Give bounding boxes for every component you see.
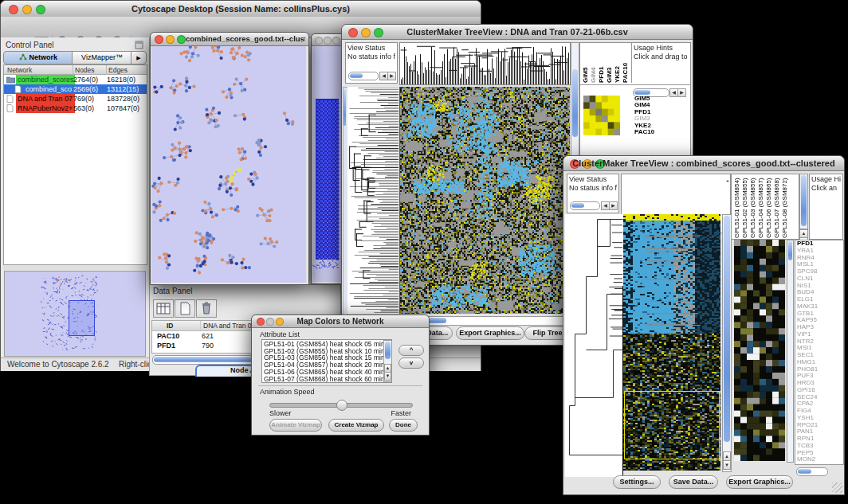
- tv2-row-label[interactable]: GPI16: [797, 387, 843, 394]
- tv2-button-export-graphics[interactable]: Export Graphics...: [726, 475, 793, 489]
- tv1-column-label[interactable]: GIM4: [590, 45, 597, 83]
- minimize-icon[interactable]: [324, 37, 332, 45]
- attribute-list[interactable]: GPL51-01 (GSM854) heat shock 05 minGPL51…: [261, 339, 392, 383]
- attribute-list-scrollbar[interactable]: ▲ ▼: [383, 340, 392, 382]
- tv1-column-label[interactable]: PAC10: [622, 45, 629, 83]
- tv2-row-label[interactable]: RNR4: [797, 255, 843, 262]
- animation-speed-slider[interactable]: [269, 403, 413, 408]
- scroll-down-icon[interactable]: ▼: [723, 460, 731, 470]
- tv1-column-label[interactable]: GIM5: [582, 45, 589, 83]
- tv2-status-scrollbar[interactable]: [570, 201, 600, 210]
- scroll-right-icon[interactable]: ▶: [609, 201, 618, 210]
- tv2-row-label[interactable]: CLN1: [797, 275, 843, 283]
- attribute-list-item[interactable]: GPL51-02 (GSM855) heat shock 10 min: [262, 348, 391, 355]
- network-list-row[interactable]: combined_scores2764(0)16218(0): [4, 75, 147, 84]
- dialog-titlebar[interactable]: Map Colors to Network: [252, 315, 429, 328]
- attr-col-id[interactable]: ID: [167, 321, 195, 330]
- tv2-bottom-scrollbar[interactable]: [796, 467, 828, 476]
- tv1-status-scrollbar[interactable]: [348, 72, 379, 80]
- network-list-row[interactable]: combined_sco2569(6)13112(15): [4, 84, 147, 94]
- tv2-row-label[interactable]: MON2: [797, 456, 843, 463]
- tv2-row-label[interactable]: SPC98: [797, 268, 843, 275]
- tv2-row-label[interactable]: RPO21: [797, 422, 843, 429]
- create-vizmap-button[interactable]: Create Vizmap: [328, 419, 384, 432]
- create-attribute-button[interactable]: [175, 299, 195, 318]
- tv1-row-label[interactable]: PAC10: [634, 129, 687, 135]
- network-name[interactable]: combined_scores: [16, 75, 75, 84]
- tv2-row-label[interactable]: KAP95: [797, 317, 843, 324]
- network-list-row[interactable]: RNAPuberNov2+563(0)107847(0): [4, 104, 147, 113]
- tv2-row-label[interactable]: PAN1: [797, 428, 843, 436]
- tv1-column-label[interactable]: PFD1: [598, 45, 605, 83]
- tv2-button-save-data[interactable]: Save Data...: [669, 475, 718, 489]
- treeview1-titlebar[interactable]: ClusterMaker TreeView : DNA and Tran 07-…: [342, 25, 693, 40]
- tv2-column-label[interactable]: GPL51-04 (GSM857): [757, 175, 764, 238]
- tv2-column-label[interactable]: GPL51-06 (GSM865): [765, 175, 772, 238]
- close-icon[interactable]: [155, 35, 163, 44]
- tab-network[interactable]: Network: [3, 51, 73, 64]
- tv2-row-label[interactable]: MSI1: [797, 345, 843, 352]
- scroll-right-icon[interactable]: ▶: [387, 72, 396, 80]
- delete-attribute-button[interactable]: [196, 299, 217, 318]
- tv1-column-dendrogram[interactable]: [399, 42, 571, 85]
- tv2-row-label[interactable]: GTB1: [797, 311, 843, 318]
- animate-vizmap-button[interactable]: Animate Vizmap: [269, 419, 322, 432]
- panel-splitter[interactable]: [3, 265, 146, 270]
- col-network[interactable]: Network: [7, 65, 69, 75]
- network-name[interactable]: RNAPuberNov2+: [16, 104, 75, 113]
- tv2-row-label[interactable]: VIP1: [797, 331, 843, 338]
- tv1-main-heatmap[interactable]: [399, 87, 570, 314]
- col-nodes[interactable]: Nodes: [73, 65, 105, 75]
- tv1-detail-heatmap[interactable]: [583, 96, 620, 135]
- tv2-column-label[interactable]: GPL51-07 (GSM868): [773, 175, 780, 238]
- tv2-row-label[interactable]: PHO81: [797, 366, 843, 373]
- tv2-row-label[interactable]: RPN1: [797, 436, 843, 443]
- done-button[interactable]: Done: [389, 419, 418, 432]
- slider-thumb[interactable]: [336, 400, 347, 411]
- attribute-list-item[interactable]: GPL51-04 (GSM857) heat shock 20 min: [262, 361, 391, 369]
- tv1-row-dendrogram[interactable]: [347, 87, 398, 314]
- tv2-rowlabel-scrollbar[interactable]: [787, 240, 794, 463]
- tv2-row-label[interactable]: ELG1: [797, 296, 843, 303]
- network-a-titlebar[interactable]: combined_scores_good.txt--cluste...: [151, 33, 308, 46]
- tv1-button-export-graphics[interactable]: Export Graphics...: [456, 326, 524, 340]
- tv1-column-label[interactable]: GIM3: [606, 45, 613, 83]
- tv2-column-label[interactable]: GPL51-01 (GSM854): [733, 175, 740, 238]
- tv2-row-label[interactable]: NIS1: [797, 283, 843, 290]
- main-titlebar[interactable]: Cytoscape Desktop (Session Name: collins…: [1, 1, 481, 18]
- move-attribute-up-button[interactable]: ^: [398, 345, 424, 356]
- tv2-row-label[interactable]: MSL1: [797, 261, 843, 268]
- network-view-a[interactable]: [151, 46, 306, 283]
- move-attribute-down-button[interactable]: v: [398, 357, 424, 369]
- tv2-collabel-scrollbar[interactable]: [799, 174, 808, 229]
- tv2-row-dendrogram[interactable]: [565, 214, 623, 477]
- tv2-row-label[interactable]: HRD3: [797, 380, 843, 387]
- tab-overflow-arrow[interactable]: ▶: [131, 51, 147, 64]
- tv2-vscrollbar[interactable]: ▲ ▼: [722, 214, 732, 472]
- tv1-column-label[interactable]: YKE2: [614, 45, 621, 83]
- zoom-window-icon[interactable]: [177, 35, 186, 44]
- network-table-header[interactable]: Network Nodes Edges: [4, 65, 147, 75]
- network-name[interactable]: combined_sco: [24, 84, 75, 94]
- resize-grip[interactable]: [832, 483, 842, 493]
- attribute-list-item[interactable]: GPL51-06 (GSM865) heat shock 40 min: [262, 369, 391, 376]
- tv2-row-label[interactable]: CPA2: [797, 400, 843, 408]
- attribute-list-item[interactable]: GPL51-07 (GSM868) heat shock 60 min: [262, 376, 391, 383]
- network-name[interactable]: DNA and Tran 07: [16, 94, 75, 104]
- tv2-column-label[interactable]: GPL51-03 (GSM856): [749, 175, 756, 238]
- col-edges[interactable]: Edges: [106, 65, 147, 75]
- tv2-row-label[interactable]: HAP3: [797, 324, 843, 331]
- tv2-row-label[interactable]: NTR2: [797, 338, 843, 346]
- tv2-button-settings[interactable]: Settings...: [613, 475, 661, 489]
- tv2-row-label[interactable]: PUF3: [797, 373, 843, 380]
- attribute-list-item[interactable]: GPL51-01 (GSM854) heat shock 05 min: [262, 341, 391, 348]
- tv2-row-label[interactable]: MAK31: [797, 303, 843, 311]
- network-list-row[interactable]: DNA and Tran 07769(0)183728(0): [4, 94, 147, 104]
- scroll-down-icon[interactable]: ▼: [384, 372, 391, 381]
- select-attributes-button[interactable]: [153, 299, 174, 318]
- close-icon[interactable]: [315, 37, 323, 45]
- tv2-main-heatmap[interactable]: [623, 214, 720, 471]
- zoom-window-icon[interactable]: [332, 37, 340, 45]
- tv2-row-label[interactable]: PEP5: [797, 450, 843, 457]
- tab-vizmapper[interactable]: VizMapper™: [72, 51, 132, 64]
